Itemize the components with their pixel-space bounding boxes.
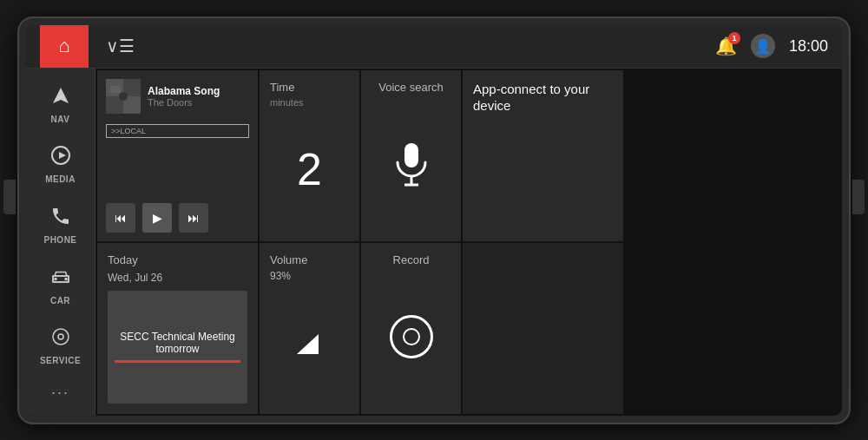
sidebar-car-label: CAR xyxy=(50,296,70,305)
sidebar-item-car[interactable]: CAR xyxy=(30,256,92,315)
sidebar-nav-label: NAV xyxy=(51,115,70,124)
screen: ⌂ ∨☰ 🔔 1 👤 18:00 xyxy=(26,25,842,416)
music-info: Alabama Song The Doors xyxy=(106,79,249,114)
more-dots-icon: ··· xyxy=(51,384,69,402)
empty-cell xyxy=(463,243,623,414)
sidebar-phone-label: PHONE xyxy=(43,235,76,245)
top-bar-left: ⌂ ∨☰ xyxy=(40,25,135,69)
event-text: SECC Technical Meeting tomorrow xyxy=(115,331,240,360)
next-button[interactable]: ⏭ xyxy=(179,203,208,233)
clock-display: 18:00 xyxy=(789,37,828,56)
app-connect-label: App-connect to your device xyxy=(473,81,613,115)
media-icon xyxy=(50,145,71,171)
sidebar-service-label: SERVICE xyxy=(40,356,81,365)
top-bar: ⌂ ∨☰ 🔔 1 👤 18:00 xyxy=(26,25,842,69)
svg-point-5 xyxy=(58,334,63,339)
svg-marker-14 xyxy=(297,334,319,354)
service-icon xyxy=(50,326,71,352)
user-icon: 👤 xyxy=(754,38,772,55)
record-icon-container xyxy=(390,270,433,404)
event-block: SECC Technical Meeting tomorrow xyxy=(108,291,247,404)
voice-search-widget[interactable]: Voice search xyxy=(361,70,461,241)
time-widget-sublabel: minutes xyxy=(270,97,349,108)
content-grid: Alabama Song The Doors >>LOCAL ⏮ ▶ xyxy=(95,69,842,416)
volume-widget[interactable]: Volume 93% xyxy=(260,243,359,414)
svg-rect-11 xyxy=(404,143,418,167)
bell-button[interactable]: 🔔 1 xyxy=(715,36,737,56)
time-widget[interactable]: Time minutes 2 xyxy=(260,70,359,241)
artist-name: The Doors xyxy=(148,97,249,108)
device-shell: ⌂ ∨☰ 🔔 1 👤 18:00 xyxy=(17,16,851,424)
event-block-inner: SECC Technical Meeting tomorrow xyxy=(115,331,240,363)
nav-icon xyxy=(50,85,71,111)
playback-controls: ⏮ ▶ ⏭ xyxy=(106,203,249,233)
app-connect-widget[interactable]: App-connect to your device xyxy=(463,70,623,241)
chevron-menu-icon[interactable]: ∨☰ xyxy=(106,36,135,56)
home-button[interactable]: ⌂ xyxy=(40,25,89,69)
music-widget[interactable]: Alabama Song The Doors >>LOCAL ⏮ ▶ xyxy=(97,70,258,241)
time-widget-label: Time xyxy=(270,81,349,94)
today-date: Wed, Jul 26 xyxy=(108,272,247,284)
svg-point-9 xyxy=(119,92,128,101)
sidebar-item-nav[interactable]: NAV xyxy=(30,76,92,135)
sidebar-media-label: MEDIA xyxy=(45,174,76,184)
sidebar-more-button[interactable]: ··· xyxy=(30,378,92,409)
top-bar-right: 🔔 1 👤 18:00 xyxy=(715,34,828,58)
user-avatar[interactable]: 👤 xyxy=(751,34,775,58)
notification-badge: 1 xyxy=(728,32,740,44)
prev-button[interactable]: ⏮ xyxy=(106,203,135,233)
song-title: Alabama Song xyxy=(148,85,249,97)
play-button[interactable]: ▶ xyxy=(142,203,172,233)
today-widget[interactable]: Today Wed, Jul 26 SECC Technical Meeting… xyxy=(97,243,258,414)
home-icon: ⌂ xyxy=(58,35,69,57)
svg-marker-0 xyxy=(53,88,69,103)
phone-icon xyxy=(50,206,71,232)
volume-percent: 93% xyxy=(270,270,349,282)
record-circle xyxy=(390,315,433,358)
sidebar-item-service[interactable]: SERVICE xyxy=(30,317,92,376)
volume-label: Volume xyxy=(270,253,349,266)
microphone-icon xyxy=(391,97,432,231)
sidebar-item-media[interactable]: MEDIA xyxy=(30,135,92,194)
today-label: Today xyxy=(108,253,247,266)
time-widget-value: 2 xyxy=(270,108,349,231)
sidebar: NAV MEDIA xyxy=(26,69,95,416)
svg-point-4 xyxy=(53,329,69,345)
svg-marker-2 xyxy=(59,152,66,159)
svg-rect-10 xyxy=(110,86,121,93)
sidebar-item-phone[interactable]: PHONE xyxy=(30,196,92,255)
music-text: Alabama Song The Doors xyxy=(148,85,249,108)
record-label: Record xyxy=(393,253,430,266)
voice-search-label: Voice search xyxy=(378,81,443,94)
volume-icon xyxy=(270,282,349,404)
record-dot xyxy=(403,328,420,345)
next-icon: ⏭ xyxy=(187,211,200,225)
prev-icon: ⏮ xyxy=(115,211,127,225)
play-icon: ▶ xyxy=(153,211,162,225)
car-icon xyxy=(50,266,71,292)
album-art xyxy=(106,79,141,114)
record-widget[interactable]: Record xyxy=(361,243,461,414)
main-content: NAV MEDIA xyxy=(26,69,842,416)
local-badge: >>LOCAL xyxy=(106,124,249,138)
